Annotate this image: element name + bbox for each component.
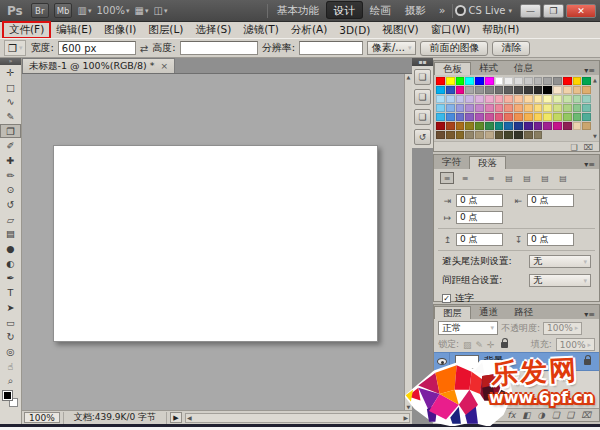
workspace-tab[interactable]: 绘画 bbox=[363, 2, 398, 18]
color-swatch[interactable] bbox=[543, 122, 552, 130]
color-swatch[interactable] bbox=[534, 122, 543, 130]
color-swatch[interactable] bbox=[524, 131, 533, 139]
dodge-tool[interactable]: ◐ bbox=[0, 256, 21, 271]
menu-item[interactable]: 滤镜(T) bbox=[237, 22, 285, 38]
move-tool[interactable]: ✛ bbox=[0, 65, 21, 80]
status-zoom-field[interactable]: 100% bbox=[24, 412, 60, 423]
scroll-up-icon[interactable]: ▲ bbox=[407, 74, 411, 80]
color-swatch[interactable] bbox=[543, 104, 552, 112]
panel-tab[interactable]: 路径 bbox=[506, 306, 541, 319]
color-swatch[interactable] bbox=[524, 77, 533, 85]
panel-menu-icon[interactable]: ▾≡ bbox=[584, 310, 599, 319]
dock-collapse-button[interactable]: ▪▪ bbox=[412, 58, 433, 66]
menu-item[interactable]: 视图(V) bbox=[376, 22, 424, 38]
lock-all-icon[interactable] bbox=[501, 342, 508, 348]
color-swatch[interactable] bbox=[495, 95, 504, 103]
color-swatch[interactable] bbox=[534, 131, 543, 139]
width-input[interactable]: 600 px bbox=[58, 41, 136, 55]
front-image-button[interactable]: 前面的图像 bbox=[420, 41, 488, 56]
color-swatch[interactable] bbox=[456, 122, 465, 130]
color-swatch[interactable] bbox=[582, 113, 591, 121]
color-swatch[interactable] bbox=[465, 122, 474, 130]
color-swatch[interactable] bbox=[553, 113, 562, 121]
hyphenate-checkbox[interactable]: ✓ bbox=[442, 294, 451, 303]
color-swatch[interactable] bbox=[504, 113, 513, 121]
shape-tool[interactable]: ▭ bbox=[0, 315, 21, 330]
clone-stamp-tool[interactable]: ⊙ bbox=[0, 183, 21, 198]
opacity-field[interactable]: 100% ▸ bbox=[543, 322, 582, 335]
color-swatch[interactable] bbox=[504, 104, 513, 112]
color-swatch[interactable] bbox=[573, 113, 582, 121]
color-swatch[interactable] bbox=[524, 86, 533, 94]
rotate-3d-tool[interactable]: ↻ bbox=[0, 329, 21, 344]
color-swatch[interactable] bbox=[495, 131, 504, 139]
color-swatch[interactable] bbox=[582, 86, 591, 94]
color-swatch[interactable] bbox=[524, 122, 533, 130]
clear-button[interactable]: 清除 bbox=[492, 41, 530, 56]
color-swatch[interactable] bbox=[582, 95, 591, 103]
color-swatch[interactable] bbox=[485, 122, 494, 130]
color-swatch[interactable] bbox=[563, 86, 572, 94]
view-extras-button[interactable]: ▦ ▾ bbox=[135, 5, 149, 16]
color-swatch[interactable] bbox=[534, 86, 543, 94]
color-swatch[interactable] bbox=[485, 113, 494, 121]
color-swatch[interactable] bbox=[465, 77, 474, 85]
crop-tool[interactable]: ❐ bbox=[0, 124, 21, 139]
first-line-indent-input[interactable]: 0 点 bbox=[456, 211, 503, 224]
color-swatch[interactable] bbox=[485, 104, 494, 112]
panel-tab[interactable]: 段落 bbox=[469, 156, 506, 169]
color-swatch[interactable] bbox=[524, 104, 533, 112]
bridge-button[interactable]: Br bbox=[31, 3, 49, 18]
close-button[interactable]: ✕ bbox=[566, 4, 596, 18]
color-swatch[interactable] bbox=[495, 104, 504, 112]
mini-bridge-button[interactable]: Mb bbox=[54, 3, 73, 18]
document-canvas[interactable] bbox=[53, 145, 378, 342]
fill-field[interactable]: 100% ▸ bbox=[556, 338, 595, 351]
lasso-tool[interactable]: ∿ bbox=[0, 94, 21, 109]
color-swatch[interactable] bbox=[475, 95, 484, 103]
menu-item[interactable]: 3D(D) bbox=[333, 23, 376, 37]
panel-tab[interactable]: 字符 bbox=[434, 156, 469, 169]
justify-all-button[interactable]: ▤ bbox=[556, 172, 570, 184]
color-swatch[interactable] bbox=[495, 86, 504, 94]
space-before-input[interactable]: 0 点 bbox=[456, 233, 503, 246]
color-swatch[interactable] bbox=[495, 113, 504, 121]
hand-tool[interactable]: ☝ bbox=[0, 359, 21, 374]
color-swatch[interactable] bbox=[563, 113, 572, 121]
color-swatch[interactable] bbox=[553, 122, 562, 130]
color-swatch[interactable] bbox=[456, 86, 465, 94]
mojikumi-select[interactable]: 无 ▾ bbox=[529, 274, 591, 287]
justify-last-left-button[interactable]: ▤ bbox=[502, 172, 516, 184]
color-swatch[interactable] bbox=[553, 77, 562, 85]
color-swatch[interactable] bbox=[446, 131, 455, 139]
color-swatch[interactable] bbox=[543, 95, 552, 103]
color-swatch[interactable] bbox=[534, 95, 543, 103]
color-swatch[interactable] bbox=[504, 86, 513, 94]
menu-item[interactable]: 文件(F) bbox=[3, 22, 50, 38]
color-swatch[interactable] bbox=[456, 131, 465, 139]
color-swatch[interactable] bbox=[495, 122, 504, 130]
color-swatch[interactable] bbox=[573, 77, 582, 85]
color-swatch[interactable] bbox=[465, 113, 474, 121]
history-brush-tool[interactable]: ↺ bbox=[0, 197, 21, 212]
color-swatch[interactable] bbox=[475, 77, 484, 85]
screen-mode-button[interactable]: ◫ ▾ bbox=[154, 5, 168, 16]
color-swatch[interactable] bbox=[465, 95, 474, 103]
color-swatch[interactable] bbox=[582, 77, 591, 85]
align-center-button[interactable]: ≡ bbox=[458, 172, 472, 184]
space-after-input[interactable]: 0 点 bbox=[527, 233, 574, 246]
color-swatch[interactable] bbox=[534, 77, 543, 85]
arrange-documents-button[interactable]: ▥ ▾ bbox=[77, 5, 91, 16]
menu-item[interactable]: 选择(S) bbox=[189, 22, 237, 38]
color-swatch[interactable] bbox=[514, 95, 523, 103]
resolution-unit-select[interactable]: 像素/... ▾ bbox=[367, 41, 416, 55]
color-swatch[interactable] bbox=[475, 104, 484, 112]
eraser-tool[interactable]: ▱ bbox=[0, 212, 21, 227]
color-swatch[interactable] bbox=[504, 77, 513, 85]
color-swatch[interactable] bbox=[504, 131, 513, 139]
new-swatch-icon[interactable]: ❑ bbox=[571, 143, 578, 152]
rectangular-marquee-tool[interactable]: □ bbox=[0, 80, 21, 95]
lock-pixels-icon[interactable]: ✎ bbox=[476, 340, 484, 350]
color-swatch[interactable] bbox=[446, 86, 455, 94]
collapsed-panel-icon-2[interactable]: ❏ bbox=[414, 89, 431, 105]
